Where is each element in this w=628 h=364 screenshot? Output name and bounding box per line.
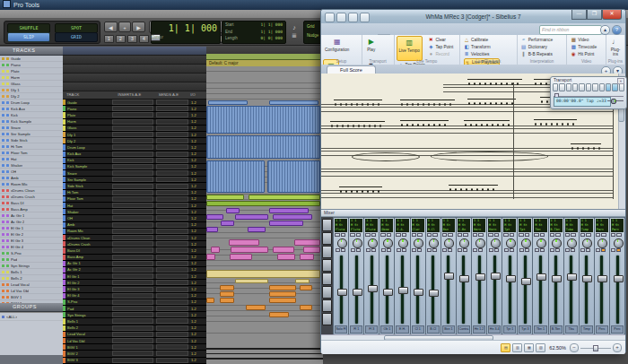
- transport-button[interactable]: [599, 83, 605, 91]
- mute-button[interactable]: [534, 233, 539, 237]
- sends-cell[interactable]: [156, 164, 188, 169]
- sends-cell[interactable]: [156, 152, 188, 157]
- pan-knob[interactable]: [567, 238, 577, 248]
- channel-sound-display[interactable]: Horn: [488, 228, 501, 232]
- volume-fader[interactable]: [552, 275, 562, 282]
- transport-button[interactable]: [559, 83, 564, 91]
- mute-button[interactable]: [473, 233, 478, 237]
- audio-clip[interactable]: [208, 100, 248, 105]
- track-list-item[interactable]: Harm: [0, 74, 63, 81]
- audio-clip[interactable]: [300, 285, 312, 290]
- track-list-item[interactable]: El Gtr 3: [0, 238, 63, 244]
- channel-sound-display[interactable]: Flute: [350, 228, 362, 232]
- inserts-cell[interactable]: [112, 138, 153, 143]
- audio-clip[interactable]: [206, 254, 215, 260]
- inserts-cell[interactable]: [112, 132, 153, 137]
- sends-cell[interactable]: [156, 184, 188, 189]
- menu-item[interactable]: [72, 10, 81, 18]
- channel-sound-display[interactable]: Horn: [473, 228, 485, 232]
- channel-button-b[interactable]: [525, 248, 529, 252]
- channel-device-display[interactable]: M St: [350, 223, 362, 228]
- selection-panel[interactable]: Start1| 1| 000 End1| 1| 000 Length0| 0| …: [222, 21, 286, 44]
- audio-clip[interactable]: [277, 254, 295, 260]
- ribbon-small-button[interactable]: ◈ Tap Point: [428, 43, 453, 50]
- track-control-row[interactable]: Bells 2 1-2: [63, 325, 206, 332]
- mute-button[interactable]: [488, 233, 493, 237]
- inserts-cell[interactable]: [112, 325, 153, 331]
- ribbon-search-input[interactable]: Find in ribbon: [539, 25, 602, 35]
- channel-button-a[interactable]: [351, 248, 355, 252]
- zoom-preset-3[interactable]: 3: [127, 35, 137, 43]
- volume-fader[interactable]: [444, 273, 454, 280]
- group-list-item[interactable]: <ALL>: [0, 313, 63, 321]
- slip-mode-button[interactable]: SLIP: [7, 32, 50, 42]
- sends-cell[interactable]: [156, 299, 188, 305]
- track-control-row[interactable]: El Gtr 3 1-2: [63, 286, 206, 292]
- audio-clip[interactable]: [300, 305, 312, 310]
- io-cell[interactable]: 1-2: [191, 216, 196, 221]
- inserts-cell[interactable]: [112, 261, 153, 266]
- solo-button[interactable]: [555, 233, 561, 237]
- menu-item[interactable]: [54, 10, 63, 18]
- sends-cell[interactable]: [156, 338, 188, 343]
- volume-fader[interactable]: [597, 275, 607, 282]
- zoom-in-button[interactable]: +: [613, 343, 622, 352]
- sends-cell[interactable]: [156, 332, 188, 337]
- menu-item[interactable]: [9, 10, 18, 18]
- inserts-cell[interactable]: [112, 318, 153, 324]
- channel-button-a[interactable]: [565, 248, 570, 252]
- io-cell[interactable]: 1-2: [191, 325, 196, 330]
- io-cell[interactable]: 1-2: [191, 236, 196, 240]
- track-control-row[interactable]: Room Mic 1-2: [63, 229, 206, 235]
- channel-button-a[interactable]: [473, 248, 477, 252]
- track-list-item[interactable]: BGV 1: [0, 294, 63, 300]
- track-control-row[interactable]: Hi Tom 1-2: [63, 190, 206, 196]
- transport-button[interactable]: [606, 83, 611, 91]
- sends-cell[interactable]: [156, 119, 188, 125]
- io-cell[interactable]: 1-2: [191, 281, 196, 285]
- track-list-item[interactable]: Bells 1: [0, 269, 63, 275]
- channel-button-b[interactable]: [356, 248, 361, 252]
- io-cell[interactable]: 1-2: [191, 274, 196, 279]
- sends-cell[interactable]: [156, 306, 188, 311]
- mixer-view-button[interactable]: [322, 219, 332, 231]
- zoom-preset-2[interactable]: 2: [116, 35, 126, 43]
- sends-cell[interactable]: [156, 358, 188, 363]
- solo-button[interactable]: [525, 233, 530, 237]
- channel-input-display[interactable]: 1 1: [458, 219, 470, 223]
- sends-cell[interactable]: [156, 138, 188, 143]
- channel-button-b[interactable]: [402, 248, 406, 252]
- inserts-cell[interactable]: [112, 344, 153, 350]
- io-cell[interactable]: 1-2: [191, 145, 196, 150]
- pan-knob[interactable]: [597, 238, 607, 248]
- mixer-view-button[interactable]: [322, 232, 332, 245]
- io-cell[interactable]: 1-2: [191, 107, 196, 111]
- track-list-item[interactable]: Lead Vocal: [0, 282, 63, 288]
- io-cell[interactable]: 1-2: [191, 178, 196, 182]
- channel-device-display[interactable]: M St: [396, 223, 408, 228]
- menu-item[interactable]: [36, 10, 45, 18]
- audio-clip[interactable]: [269, 285, 296, 290]
- track-list-item[interactable]: Snare: [0, 125, 63, 131]
- channel-input-display[interactable]: 1 1: [442, 219, 455, 223]
- view-mode-single-button[interactable]: ▧: [536, 343, 545, 352]
- track-list-item[interactable]: Side Stick: [0, 137, 63, 143]
- channel-device-display[interactable]: M St: [412, 223, 424, 228]
- channel-button-a[interactable]: [427, 248, 432, 252]
- inserts-cell[interactable]: [112, 267, 153, 273]
- sends-cell[interactable]: [156, 106, 188, 111]
- sends-cell[interactable]: [156, 222, 188, 228]
- io-cell[interactable]: 1-2: [191, 339, 196, 343]
- transport-button[interactable]: [566, 83, 571, 91]
- sends-cell[interactable]: [156, 261, 188, 266]
- io-cell[interactable]: 1-2: [191, 158, 196, 162]
- track-control-row[interactable]: xDrums Crush 1-2: [63, 241, 206, 247]
- channel-sound-display[interactable]: Tuba: [565, 228, 578, 232]
- zoom-out-button[interactable]: ◀: [104, 22, 118, 32]
- solo-button[interactable]: [571, 233, 576, 237]
- audio-clip[interactable]: [249, 195, 320, 200]
- io-cell[interactable]: 1-2: [191, 113, 196, 117]
- inserts-cell[interactable]: [112, 273, 153, 279]
- channel-button-b[interactable]: [341, 248, 345, 252]
- audio-clip[interactable]: [300, 254, 314, 260]
